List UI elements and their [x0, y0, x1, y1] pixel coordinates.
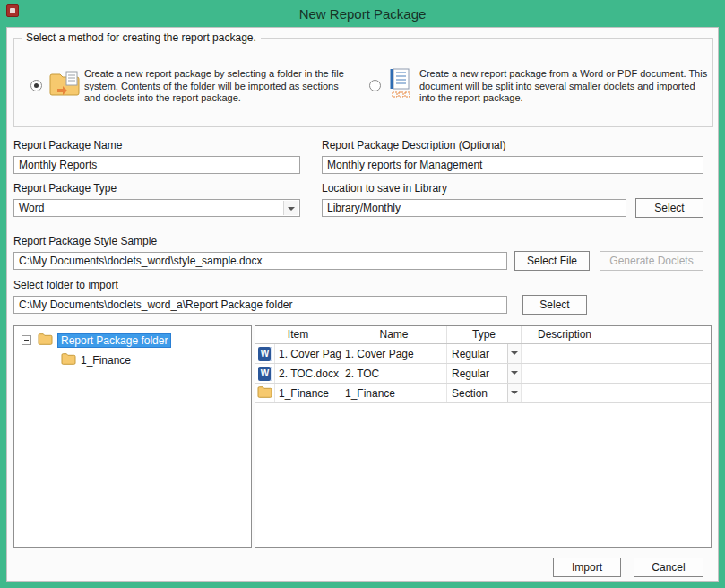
tree-child-row[interactable]: 1_Finance — [61, 352, 251, 368]
column-header-item: Item — [255, 326, 341, 343]
location-label: Location to save in Library — [322, 182, 447, 195]
type-dropdown[interactable]: Regular — [447, 344, 522, 363]
description-label: Report Package Description (Optional) — [322, 139, 505, 151]
chevron-down-icon[interactable] — [507, 364, 521, 383]
import-button[interactable]: Import — [553, 558, 621, 577]
table-row[interactable]: W 1. Cover Page.do... 1. Cover Page Regu… — [255, 344, 711, 364]
collapse-icon[interactable] — [22, 335, 31, 345]
folder-import-input[interactable] — [13, 296, 507, 314]
new-report-package-dialog: New Report Package Select a method for c… — [0, 0, 725, 588]
select-file-button[interactable]: Select File — [514, 251, 590, 271]
style-sample-label: Report Package Style Sample — [13, 235, 157, 247]
table-header: Item Name Type Description — [255, 326, 711, 344]
style-sample-input[interactable] — [13, 252, 507, 270]
column-header-description: Description — [522, 326, 711, 343]
title-bar: New Report Package — [0, 0, 725, 27]
app-icon — [6, 4, 19, 17]
generate-doclets-button: Generate Doclets — [600, 251, 703, 271]
column-header-name: Name — [341, 326, 447, 343]
description-cell — [522, 344, 711, 363]
report-package-name-input[interactable] — [13, 156, 300, 174]
folder-tree-panel: Report Package folder 1_Finance — [13, 325, 252, 548]
folder-icon — [38, 333, 53, 348]
chevron-down-icon[interactable] — [283, 201, 298, 215]
tree-root-row[interactable]: Report Package folder — [22, 333, 251, 348]
chevron-down-icon[interactable] — [507, 384, 521, 402]
item-cell: 2. TOC.docx — [275, 364, 341, 383]
description-cell — [522, 384, 711, 402]
table-row[interactable]: 1_Finance 1_Finance Section — [255, 384, 711, 403]
method-folder-radio[interactable] — [30, 80, 42, 91]
dialog-body: Select a method for creating the report … — [6, 27, 719, 582]
name-cell: 1_Finance — [341, 384, 447, 402]
method-document-radio[interactable] — [369, 80, 381, 91]
name-cell: 1. Cover Page — [341, 344, 447, 363]
report-package-type-label: Report Package Type — [13, 182, 117, 195]
location-select-button[interactable]: Select — [635, 198, 703, 218]
location-input[interactable] — [322, 199, 626, 217]
column-header-type: Type — [447, 326, 522, 343]
type-dropdown[interactable]: Section — [447, 384, 522, 402]
folder-icon — [61, 352, 76, 368]
method-document-text[interactable]: Create a new report package from a Word … — [419, 68, 713, 105]
word-doc-icon: W — [258, 347, 272, 361]
dialog-title: New Report Package — [299, 6, 427, 22]
method-group-legend: Select a method for creating the report … — [22, 31, 261, 44]
document-split-icon — [387, 68, 414, 101]
tree-child-label[interactable]: 1_Finance — [81, 354, 131, 367]
type-dropdown[interactable]: Regular — [447, 364, 522, 383]
chevron-down-icon[interactable] — [507, 344, 521, 363]
description-cell — [522, 364, 711, 383]
cancel-button[interactable]: Cancel — [634, 558, 703, 577]
folder-import-icon — [48, 69, 81, 100]
report-package-type-dropdown[interactable]: Word — [13, 199, 300, 217]
contents-table-panel: Item Name Type Description W 1. Cover Pa… — [255, 325, 712, 548]
table-row[interactable]: W 2. TOC.docx 2. TOC Regular — [255, 364, 711, 384]
folder-select-button[interactable]: Select — [522, 295, 587, 315]
word-doc-icon: W — [258, 367, 272, 381]
folder-import-label: Select folder to import — [13, 279, 118, 291]
report-package-name-label: Report Package Name — [13, 139, 122, 151]
method-folder-text[interactable]: Create a new report package by selecting… — [84, 68, 353, 105]
method-group: Select a method for creating the report … — [13, 38, 713, 127]
description-input[interactable] — [322, 156, 703, 174]
tree-root-label[interactable]: Report Package folder — [57, 333, 171, 348]
folder-icon — [257, 385, 272, 401]
item-cell: 1_Finance — [275, 384, 341, 402]
report-package-type-value: Word — [19, 202, 44, 214]
name-cell: 2. TOC — [341, 364, 447, 383]
item-cell: 1. Cover Page.do... — [275, 344, 341, 363]
